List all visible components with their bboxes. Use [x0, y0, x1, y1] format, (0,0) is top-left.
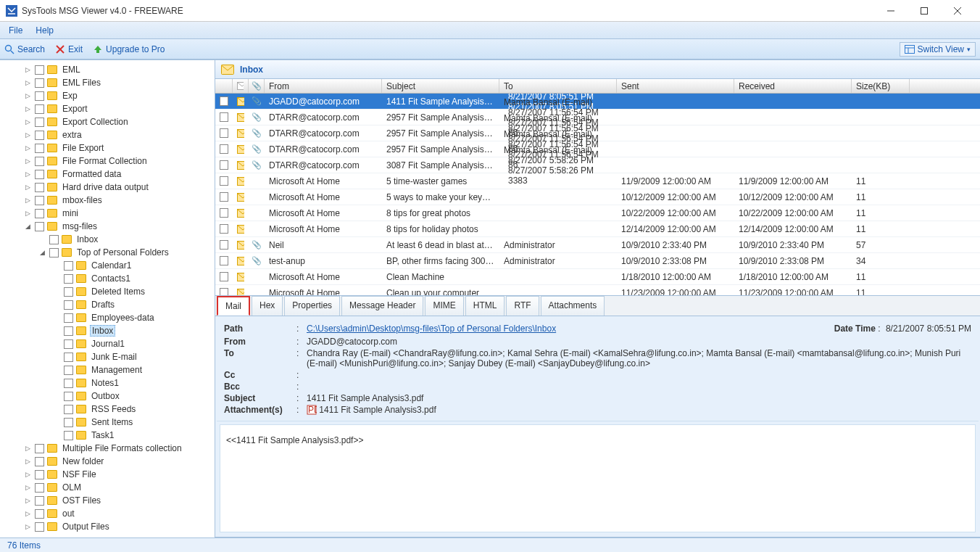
tab-attachments[interactable]: Attachments	[541, 296, 605, 316]
tree-item[interactable]: Task1	[0, 429, 215, 442]
tree-checkbox[interactable]	[64, 392, 73, 401]
row-checkbox[interactable]	[220, 96, 228, 106]
tab-message-header[interactable]: Message Header	[341, 296, 423, 316]
expand-icon[interactable]: ▷	[23, 131, 32, 139]
folder-tree[interactable]: ▷EML▷EML Files▷Exp▷Export▷Export Collect…	[0, 60, 215, 537]
tab-html[interactable]: HTML	[465, 296, 505, 316]
expand-icon[interactable]: ▷	[23, 458, 32, 465]
tree-checkbox[interactable]	[35, 118, 44, 127]
tree-checkbox[interactable]	[35, 157, 44, 166]
tree-checkbox[interactable]	[64, 366, 73, 375]
tab-properties[interactable]: Properties	[284, 296, 340, 316]
mail-row[interactable]: Microsoft At HomeClean up your computer1…	[215, 285, 980, 295]
row-checkbox[interactable]	[220, 144, 228, 154]
expand-icon[interactable]: ▷	[23, 210, 32, 217]
mail-body[interactable]: <<1411 Fit Sample Analysis3.pdf>>	[220, 424, 976, 532]
tree-item[interactable]: ▷Multiple File Formats collection	[0, 442, 215, 455]
menu-help[interactable]: Help	[36, 25, 54, 36]
tree-checkbox[interactable]	[35, 483, 44, 493]
tree-checkbox[interactable]	[49, 248, 59, 258]
expand-icon[interactable]: ▷	[23, 144, 32, 152]
tree-item[interactable]: ◢Top of Personal Folders	[0, 246, 215, 259]
expand-icon[interactable]: ▷	[23, 445, 32, 452]
expand-icon[interactable]: ▷	[23, 118, 32, 125]
col-size[interactable]: Size(KB)	[852, 79, 910, 93]
switch-view-button[interactable]: Switch View ▾	[900, 42, 976, 57]
maximize-button[interactable]	[908, 0, 941, 22]
tree-checkbox[interactable]	[64, 326, 73, 336]
tree-checkbox[interactable]	[64, 300, 73, 310]
tree-item[interactable]: ▷Output Files	[0, 520, 215, 533]
minimize-button[interactable]	[874, 0, 908, 22]
tree-checkbox[interactable]	[64, 405, 73, 414]
tree-checkbox[interactable]	[64, 431, 73, 440]
tree-checkbox[interactable]	[35, 222, 44, 231]
row-checkbox[interactable]	[220, 256, 228, 265]
tree-item[interactable]: ▷out	[0, 507, 215, 520]
tree-checkbox[interactable]	[35, 170, 44, 179]
tree-checkbox[interactable]	[35, 444, 44, 453]
path-value[interactable]: C:\Users\admin\Desktop\msg-files\Top of …	[307, 324, 556, 334]
exit-button[interactable]: Exit	[55, 44, 83, 54]
col-sent[interactable]: Sent	[617, 79, 734, 93]
expand-icon[interactable]: ▷	[23, 105, 32, 112]
tree-item[interactable]: Contacts1	[0, 272, 215, 285]
col-attachment[interactable]: 📎	[249, 79, 265, 93]
expand-icon[interactable]: ▷	[23, 497, 32, 504]
mail-row[interactable]: 📎test-anupBP, other firms facing 300 la.…	[215, 253, 980, 269]
tree-checkbox[interactable]	[35, 65, 44, 75]
tree-checkbox[interactable]	[35, 78, 44, 88]
tab-mime[interactable]: MIME	[425, 296, 463, 316]
row-checkbox[interactable]	[220, 208, 228, 218]
row-checkbox[interactable]	[220, 272, 228, 281]
mail-row[interactable]: 📎NeilAt least 6 dead in blast at C...Adm…	[215, 237, 980, 253]
tree-item[interactable]: Drafts	[0, 298, 215, 311]
tree-item[interactable]: Outbox	[0, 390, 215, 403]
tree-item[interactable]: Employees-data	[0, 311, 215, 324]
tab-hex[interactable]: Hex	[252, 296, 283, 316]
tree-checkbox[interactable]	[64, 287, 73, 297]
row-checkbox[interactable]	[220, 112, 228, 122]
tree-item[interactable]: ▷Export	[0, 102, 215, 115]
expand-icon[interactable]: ▷	[23, 197, 32, 204]
expand-icon[interactable]: ▷	[23, 157, 32, 165]
tree-item[interactable]: ▷OLM	[0, 481, 215, 494]
tree-item[interactable]: Sent Items	[0, 416, 215, 429]
tree-item[interactable]: ▷Hard drive data output	[0, 181, 215, 194]
tree-item[interactable]: Inbox	[0, 233, 215, 246]
mail-list[interactable]: 📎JGADD@catocorp.com1411 Fit Sample Analy…	[215, 94, 980, 295]
tree-checkbox[interactable]	[35, 457, 44, 466]
col-checkbox[interactable]	[215, 79, 233, 93]
expand-icon[interactable]: ▷	[23, 170, 32, 178]
tree-item[interactable]: ◢msg-files	[0, 220, 215, 233]
row-checkbox[interactable]	[220, 240, 228, 250]
expand-icon[interactable]: ▷	[23, 484, 32, 491]
expand-icon[interactable]: ▷	[23, 66, 32, 73]
expand-icon[interactable]: ▷	[23, 79, 32, 86]
tree-item[interactable]: ▷OST Files	[0, 494, 215, 507]
row-checkbox[interactable]	[220, 160, 228, 170]
tree-checkbox[interactable]	[64, 339, 73, 349]
tree-checkbox[interactable]	[35, 131, 44, 140]
tree-item[interactable]: ▷EML	[0, 63, 215, 76]
tree-item[interactable]: ▷File Export	[0, 141, 215, 155]
row-checkbox[interactable]	[220, 128, 228, 138]
tree-checkbox[interactable]	[64, 418, 73, 427]
tree-item[interactable]: ▷mbox-files	[0, 194, 215, 207]
tree-checkbox[interactable]	[35, 91, 44, 101]
tree-item[interactable]: ▷File Format Collection	[0, 155, 215, 168]
tree-item[interactable]: ▷EML Files	[0, 76, 215, 89]
expand-icon[interactable]: ◢	[38, 249, 46, 256]
col-subject[interactable]: Subject	[382, 79, 499, 93]
tab-mail[interactable]: Mail	[217, 296, 250, 316]
tree-checkbox[interactable]	[35, 196, 44, 205]
tree-checkbox[interactable]	[35, 104, 44, 114]
col-from[interactable]: From	[265, 79, 382, 93]
tree-item[interactable]: ▷extra	[0, 128, 215, 141]
tree-item[interactable]: Management	[0, 363, 215, 376]
upgrade-button[interactable]: Upgrade to Pro	[93, 44, 165, 54]
tree-checkbox[interactable]	[64, 313, 73, 323]
row-checkbox[interactable]	[220, 288, 228, 295]
tree-checkbox[interactable]	[35, 144, 44, 153]
tree-item[interactable]: ▷Export Collection	[0, 115, 215, 128]
